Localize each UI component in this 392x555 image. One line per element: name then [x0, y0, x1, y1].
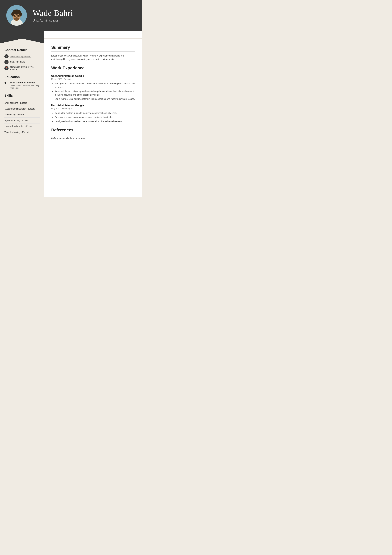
job-bullet-item: Managed and maintained a Unix network en…	[55, 82, 135, 89]
job-bullets: Managed and maintained a Unix network en…	[51, 82, 135, 101]
edu-content: BS in Computer Science University of Cal…	[7, 81, 39, 89]
main-content: Summary Experienced Unix Administrator w…	[44, 39, 142, 197]
job-entry: Unix Administrator, GoogleMarch 2023 - P…	[51, 74, 135, 101]
job-bullets: Conducted system audits to identify any …	[51, 111, 135, 123]
email-icon: ✉	[4, 54, 8, 58]
svg-point-10	[14, 17, 20, 21]
edu-years: 2017 - 2021	[10, 87, 39, 89]
job-bullet-item: Configured and maintained the administra…	[55, 120, 135, 123]
education-section-title: Education	[4, 75, 40, 79]
phone-icon: 📞	[4, 60, 8, 64]
location-icon: 📍	[4, 66, 8, 70]
contact-section-title: Contact Details	[4, 48, 40, 52]
skills-section-title: Skills	[4, 94, 40, 97]
jobs-list: Unix Administrator, GoogleMarch 2023 - P…	[51, 74, 135, 123]
edu-bullet	[4, 82, 6, 84]
summary-text: Experienced Unix Administrator with 8+ y…	[51, 54, 135, 61]
edu-school: University of California, Berkeley	[10, 84, 39, 87]
education-item: BS in Computer Science University of Cal…	[4, 81, 40, 89]
email-value: wadebahri@gmail.com	[10, 55, 31, 58]
chevron-left	[0, 31, 44, 39]
header-name: Wade Bahri	[33, 8, 73, 18]
sidebar: Contact Details ✉ wadebahri@gmail.com 📞 …	[0, 39, 44, 197]
skill-item: Networking - Expert	[4, 112, 40, 118]
skill-item: Linux administration - Expert	[4, 124, 40, 129]
svg-point-12	[18, 15, 19, 16]
skills-list: Shell scripting - ExpertSystem administr…	[4, 100, 40, 135]
contact-phone-item: 📞 (275) 561 5567	[4, 60, 40, 64]
chevron-right	[44, 31, 142, 39]
avatar	[6, 5, 27, 26]
summary-title: Summary	[51, 45, 135, 51]
job-bullet-item: Led a team of Unix administrators in tro…	[55, 97, 135, 101]
header: Wade Bahri Unix Administrator	[0, 0, 142, 31]
contact-email-item: ✉ wadebahri@gmail.com	[4, 54, 40, 58]
header-title: Unix Administrator	[33, 19, 73, 22]
work-title: Work Experience	[51, 66, 135, 72]
main-layout: Contact Details ✉ wadebahri@gmail.com 📞 …	[0, 39, 142, 197]
skill-item: System administration - Expert	[4, 106, 40, 112]
job-title: Unix Administrator, Google	[51, 74, 135, 77]
contact-location-item: 📍 Naderville, 09230-9776, Alaska	[4, 66, 40, 71]
job-bullet-item: Developed scripts to automate system adm…	[55, 115, 135, 119]
job-dates: May 2021 - February 2023	[51, 107, 135, 110]
skill-item: Troubleshooting - Expert	[4, 129, 40, 135]
job-title: Unix Administrator, Google	[51, 104, 135, 107]
chevron-decoration	[0, 31, 142, 39]
references-text: References available upon request	[51, 137, 135, 140]
job-bullet-item: Responsible for configuring and maintain…	[55, 90, 135, 97]
skill-item: Shell scripting - Expert	[4, 100, 40, 106]
skill-item: System security - Expert	[4, 118, 40, 124]
job-bullet-item: Conducted system audits to identify any …	[55, 111, 135, 115]
location-value: Naderville, 09230-9776, Alaska	[10, 66, 40, 71]
header-text: Wade Bahri Unix Administrator	[33, 8, 73, 22]
svg-point-11	[14, 15, 15, 16]
job-dates: March 2023 - Present	[51, 78, 135, 80]
references-title: References	[51, 128, 135, 134]
edu-degree: BS in Computer Science	[10, 81, 39, 84]
job-entry: Unix Administrator, GoogleMay 2021 - Feb…	[51, 104, 135, 123]
phone-value: (275) 561 5567	[10, 61, 25, 63]
